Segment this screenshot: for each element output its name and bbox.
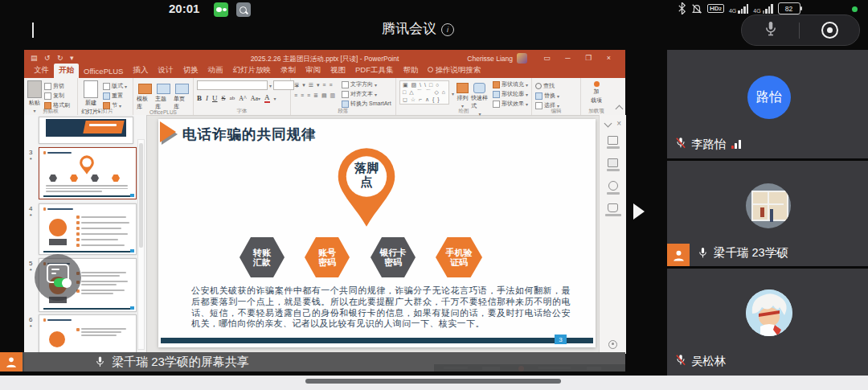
mini-pin bbox=[78, 154, 96, 175]
ribbon-group-addins: 加载项 加载项 bbox=[581, 78, 612, 115]
slide-thumbnail-6[interactable] bbox=[39, 314, 137, 354]
tab-pdf-tools[interactable]: PDF工具集 bbox=[350, 64, 399, 78]
meeting-screen: 20:01 HD2 4G 4G 82 腾讯会议i bbox=[0, 0, 868, 390]
text-direction-button[interactable]: 文字方向▾ bbox=[342, 80, 391, 88]
muted-mic-icon bbox=[675, 137, 686, 152]
banner-mic-icon bbox=[95, 355, 105, 369]
theme-gallery-button[interactable]: 主题库 bbox=[155, 84, 171, 111]
home-indicator-bar[interactable] bbox=[305, 379, 561, 384]
back-button[interactable] bbox=[32, 23, 34, 37]
hexagon-smscode: 手机验证码 bbox=[436, 237, 482, 277]
addins-button[interactable]: 加载项 bbox=[591, 81, 602, 105]
mute-bell-icon bbox=[691, 3, 702, 14]
ppt-ribbon: 粘贴▾ 剪切 复制 格式刷 剪贴板 新建幻灯片▾ 版式▾ 重置 节▾ 幻灯片 模… bbox=[24, 78, 625, 116]
strip-tool-2[interactable] bbox=[600, 158, 626, 171]
tab-transitions[interactable]: 切换 bbox=[178, 64, 203, 78]
tab-home[interactable]: 开始 bbox=[54, 64, 79, 78]
mic-button[interactable] bbox=[764, 20, 778, 41]
shape-effects-button[interactable]: 形状效果▾ bbox=[493, 100, 528, 108]
list-buttons[interactable]: ☰ ▾ ☰ ▾ ≡ ≡ bbox=[294, 82, 336, 88]
ribbon-group-font: ▾ ▾ B I U S ab A^ Aa▾ A▾ 字体 bbox=[194, 78, 291, 115]
bluetooth-icon bbox=[678, 2, 686, 14]
floating-record-widget[interactable] bbox=[35, 254, 81, 301]
hexagon-account: 账号密码 bbox=[305, 237, 350, 277]
slide-thumbnail-3[interactable] bbox=[39, 147, 137, 199]
tab-view[interactable]: 视图 bbox=[326, 64, 350, 78]
hd-icon: HD2 bbox=[707, 4, 724, 13]
page-gallery-button[interactable]: 单页库 bbox=[174, 84, 190, 111]
sharing-badge-icon bbox=[667, 244, 690, 266]
slide-4-number: 4* bbox=[29, 205, 32, 220]
replace-button[interactable]: 替换▾ bbox=[535, 92, 559, 100]
active-mic-icon bbox=[698, 247, 708, 260]
user-avatar[interactable] bbox=[517, 53, 527, 64]
align-buttons[interactable]: ≡ ≡ ≡ ≣ ▤ ▥ bbox=[294, 92, 336, 99]
tab-help[interactable]: 帮助 bbox=[398, 64, 423, 78]
tab-record[interactable]: 录制 bbox=[276, 64, 301, 78]
copy-button[interactable]: 复制 bbox=[44, 92, 70, 100]
avatar-wusonglin bbox=[746, 289, 792, 336]
align-text-button[interactable]: 对齐文本▾ bbox=[342, 90, 391, 98]
shape-outline-button[interactable]: 形状轮廓▾ bbox=[493, 90, 528, 98]
strip-tool-translate[interactable] bbox=[600, 203, 626, 216]
pin-label: 落脚点 bbox=[333, 161, 400, 188]
ribbon-group-clipboard: 粘贴▾ 剪切 复制 格式刷 剪贴板 bbox=[24, 78, 78, 115]
thumbnail-scrollbar[interactable] bbox=[137, 139, 145, 350]
shapes-gallery[interactable]: ▣ ▨ \ \ □ ○ □ △ ⌒ ⌒ ◇ ⌂ ◻ ☆ ⌐ ∧ { } bbox=[399, 80, 449, 105]
find-button[interactable]: 查找 bbox=[535, 82, 559, 90]
collapse-panel-icon[interactable] bbox=[604, 120, 612, 128]
right-utility-strip: × bbox=[599, 115, 626, 354]
arrange-button[interactable]: 排列▾ bbox=[457, 83, 469, 109]
tell-me-search[interactable]: 操作说明搜索 bbox=[423, 64, 485, 78]
hexagon-bankcard: 银行卡密码 bbox=[371, 237, 416, 277]
slide-page-number: 3 bbox=[555, 335, 567, 344]
muted-mic-icon bbox=[675, 354, 686, 369]
bottom-system-band bbox=[0, 376, 868, 390]
window-buttons[interactable]: ▭ ─ ❐ × bbox=[543, 54, 617, 62]
tab-officeplus[interactable]: OfficePLUS bbox=[79, 65, 128, 78]
signal-bars-2: 4G bbox=[753, 4, 772, 14]
status-bar-time: 20:01 bbox=[169, 2, 199, 16]
tab-file[interactable]: 文件 bbox=[29, 64, 54, 78]
ribbon-group-paragraph: ☰ ▾ ☰ ▾ ≡ ≡ ≡ ≡ ≡ ≣ ▤ ▥ 文字方向▾ 对齐文本▾ 转换为 … bbox=[291, 78, 396, 115]
participant-name: 李路怡 bbox=[691, 137, 727, 152]
expand-video-list-arrow[interactable] bbox=[633, 203, 645, 220]
info-icon[interactable]: i bbox=[441, 23, 454, 36]
tab-design[interactable]: 设计 bbox=[153, 64, 178, 78]
meeting-title[interactable]: 腾讯会议i bbox=[313, 19, 522, 38]
smartart-button[interactable]: 转换为 SmartArt bbox=[342, 100, 391, 108]
avatar-liangqianrui bbox=[746, 183, 791, 228]
settings-gear-icon[interactable] bbox=[608, 340, 617, 349]
collapse-ribbon-button[interactable] bbox=[616, 105, 624, 113]
participant-tile-wusonglin[interactable]: 吴松林 bbox=[667, 269, 868, 376]
reset-button[interactable]: 重置 bbox=[103, 92, 127, 100]
cut-button[interactable]: 剪切 bbox=[44, 82, 70, 90]
font-name-box[interactable] bbox=[197, 80, 268, 90]
camera-indicator-dot bbox=[852, 6, 858, 12]
tab-insert[interactable]: 插入 bbox=[128, 64, 153, 78]
strip-tool-clock[interactable] bbox=[600, 181, 626, 195]
slide-thumbnail-4[interactable] bbox=[39, 203, 137, 255]
slide-title: 电话诈骗的共同规律 bbox=[182, 125, 317, 144]
record-button[interactable] bbox=[821, 22, 838, 39]
tab-review[interactable]: 审阅 bbox=[301, 64, 326, 78]
font-buttons[interactable]: B I U S ab A^ Aa▾ A▾ bbox=[197, 93, 276, 103]
ribbon-group-officeplus: 模板库 主题库 单页库 OfficePLUS bbox=[133, 78, 194, 115]
close-panel-icon[interactable]: × bbox=[616, 119, 621, 128]
participant-tile-liluyi[interactable]: 路怡 李路怡 bbox=[667, 50, 868, 158]
shape-fill-button[interactable]: 形状填充▾ bbox=[493, 80, 528, 88]
tool-app-icon bbox=[236, 2, 251, 17]
participant-name: 梁千瑞 23学硕 bbox=[714, 245, 788, 261]
tab-animations[interactable]: 动画 bbox=[203, 64, 227, 78]
tab-slideshow[interactable]: 幻灯片放映 bbox=[227, 64, 276, 78]
slide-thumbnail-2[interactable] bbox=[39, 117, 133, 144]
strip-tool-1[interactable] bbox=[600, 136, 626, 149]
layout-button[interactable]: 版式▾ bbox=[103, 82, 127, 90]
ribbon-group-drawing: ▣ ▨ \ \ □ ○ □ △ ⌒ ⌒ ◇ ⌂ ◻ ☆ ⌐ ∧ { } ▾ 排列… bbox=[396, 78, 532, 115]
share-banner-text: 梁千瑞 23学硕的屏幕共享 bbox=[112, 355, 249, 370]
template-gallery-button[interactable]: 模板库 bbox=[137, 84, 153, 111]
participant-tile-liangqianrui[interactable]: 梁千瑞 23学硕 bbox=[667, 161, 868, 266]
slide-3-number: 3* bbox=[29, 149, 32, 163]
avatar-liluyi: 路怡 bbox=[747, 76, 791, 119]
sharing-badge-icon bbox=[0, 352, 23, 372]
